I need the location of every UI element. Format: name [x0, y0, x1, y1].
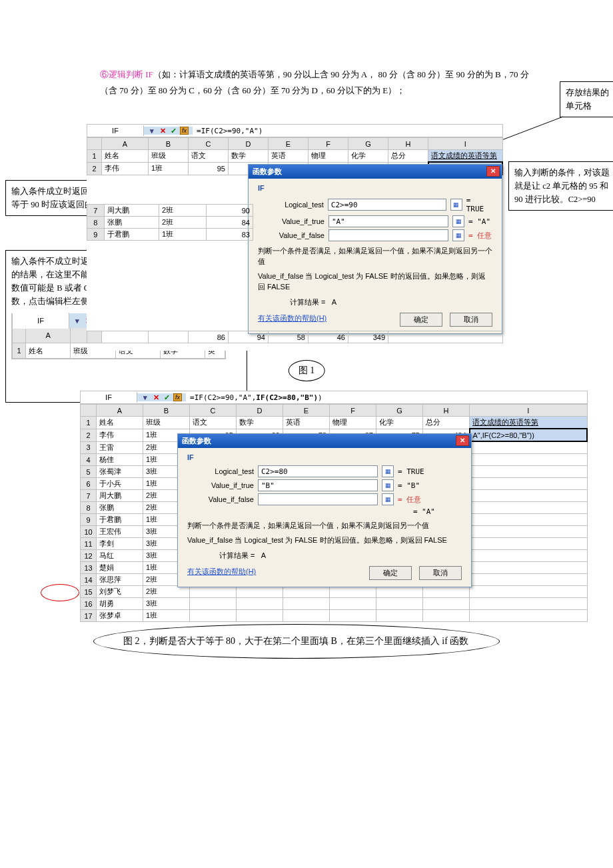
cell[interactable] — [470, 550, 588, 562]
range-button[interactable]: ▦ — [452, 229, 464, 241]
cell[interactable] — [470, 502, 588, 514]
col-header[interactable]: A — [97, 405, 143, 417]
cancel-icon[interactable]: ✕ — [152, 393, 160, 401]
enter-icon[interactable]: ✓ — [169, 127, 177, 135]
cell[interactable] — [237, 598, 283, 610]
col-header[interactable]: I — [470, 405, 588, 417]
cell[interactable]: 3班 — [143, 598, 190, 610]
cell[interactable]: 90 — [206, 205, 253, 217]
col-header[interactable]: E — [269, 138, 308, 150]
fx-icon[interactable]: fx — [180, 127, 189, 135]
fx-icon[interactable]: fx — [173, 393, 182, 401]
cell[interactable] — [470, 610, 588, 622]
dropdown-icon[interactable]: ▾ — [141, 393, 149, 401]
cell[interactable]: 李伟 — [97, 429, 143, 441]
logical-test-input[interactable] — [258, 465, 378, 477]
close-icon[interactable]: ✕ — [456, 435, 469, 446]
cell[interactable] — [470, 490, 588, 502]
cell[interactable] — [283, 598, 330, 610]
cell[interactable] — [470, 454, 588, 466]
cell[interactable]: 2班 — [143, 586, 190, 598]
cell[interactable]: 83 — [206, 229, 253, 241]
cell[interactable]: 刘梦飞 — [97, 586, 143, 598]
cell[interactable] — [330, 610, 376, 622]
col-header[interactable]: E — [283, 405, 330, 417]
cell[interactable] — [470, 466, 588, 478]
col-header[interactable]: G — [348, 138, 388, 150]
name-box[interactable]: IF — [13, 313, 69, 329]
enter-icon[interactable]: ✓ — [163, 393, 171, 401]
cancel-button[interactable]: 取消 — [419, 566, 462, 580]
cell[interactable]: 张鹏 — [104, 217, 159, 229]
cell[interactable]: 杨佳 — [97, 454, 143, 466]
col-header[interactable]: H — [423, 405, 470, 417]
cell[interactable]: 化学 — [376, 417, 423, 429]
cell[interactable]: 1班 — [159, 229, 206, 241]
dialog-title-bar[interactable]: 函数参数✕ — [178, 434, 471, 448]
value-if-false-input[interactable] — [328, 229, 448, 241]
cell[interactable]: 张思萍 — [97, 574, 143, 586]
cell[interactable] — [283, 586, 330, 598]
cell[interactable] — [330, 598, 376, 610]
cell[interactable] — [376, 586, 423, 598]
dropdown-icon[interactable]: ▾ — [148, 127, 156, 135]
cell[interactable]: 于君鹏 — [97, 514, 143, 526]
range-button[interactable]: ▦ — [450, 199, 462, 211]
cell[interactable] — [190, 598, 237, 610]
dialog-title-bar[interactable]: 函数参数✕ — [249, 165, 502, 179]
col-header[interactable]: A — [102, 138, 149, 150]
cell[interactable] — [470, 586, 588, 598]
col-header[interactable]: C — [189, 138, 229, 150]
col-header[interactable]: B — [149, 138, 189, 150]
cell[interactable]: 于小兵 — [97, 478, 143, 490]
cell[interactable] — [237, 586, 283, 598]
cell[interactable] — [423, 610, 470, 622]
col-header[interactable]: F — [308, 138, 348, 150]
cell[interactable] — [470, 526, 588, 538]
cell[interactable]: 周大鹏 — [97, 490, 143, 502]
col-header[interactable]: C — [190, 405, 237, 417]
cell[interactable]: 王宏伟 — [97, 526, 143, 538]
cell[interactable]: 楚娟 — [97, 562, 143, 574]
col-header[interactable]: F — [330, 405, 376, 417]
cell[interactable]: 2班 — [159, 205, 206, 217]
cell[interactable]: A",IF(C2>=80,"B")) — [470, 429, 588, 441]
dropdown-icon[interactable]: ▾ — [73, 317, 81, 325]
cell[interactable]: 英语 — [283, 417, 330, 429]
cell[interactable] — [470, 538, 588, 550]
cell[interactable]: 马红 — [97, 550, 143, 562]
col-header[interactable]: D — [237, 405, 283, 417]
value-if-true-input[interactable] — [258, 479, 378, 491]
cell[interactable] — [423, 586, 470, 598]
cell[interactable] — [470, 562, 588, 574]
cell[interactable] — [470, 574, 588, 586]
cell[interactable]: 语文成绩的英语等第 — [470, 417, 588, 429]
cell[interactable]: 张梦卓 — [97, 610, 143, 622]
cancel-button[interactable]: 取消 — [450, 313, 492, 327]
cell[interactable]: 于君鹏 — [104, 229, 159, 241]
help-link[interactable]: 有关该函数的帮助(H) — [258, 313, 326, 323]
cell[interactable] — [470, 478, 588, 490]
cell[interactable]: 张蜀津 — [97, 466, 143, 478]
cell[interactable]: 李剑 — [97, 538, 143, 550]
cell[interactable]: 张鹏 — [97, 502, 143, 514]
cell[interactable] — [190, 610, 237, 622]
cell[interactable]: 数学 — [237, 417, 283, 429]
range-button[interactable]: ▦ — [382, 493, 394, 505]
value-if-false-input[interactable] — [258, 493, 378, 505]
range-button[interactable]: ▦ — [382, 479, 394, 491]
cell[interactable] — [190, 586, 237, 598]
col-header[interactable]: H — [388, 138, 428, 150]
cell[interactable]: 姓名 — [97, 417, 143, 429]
value-if-true-input[interactable] — [328, 215, 448, 227]
cell[interactable] — [237, 610, 283, 622]
help-link[interactable]: 有关该函数的帮助(H) — [187, 567, 256, 577]
cancel-icon[interactable]: ✕ — [159, 127, 167, 135]
cell[interactable] — [470, 441, 588, 454]
cell[interactable]: 84 — [206, 217, 253, 229]
cell[interactable]: 1班 — [143, 610, 190, 622]
col-header[interactable]: D — [229, 138, 269, 150]
cell[interactable]: 语文 — [190, 417, 237, 429]
logical-test-input[interactable] — [328, 199, 446, 211]
ok-button[interactable]: 确定 — [400, 313, 442, 327]
